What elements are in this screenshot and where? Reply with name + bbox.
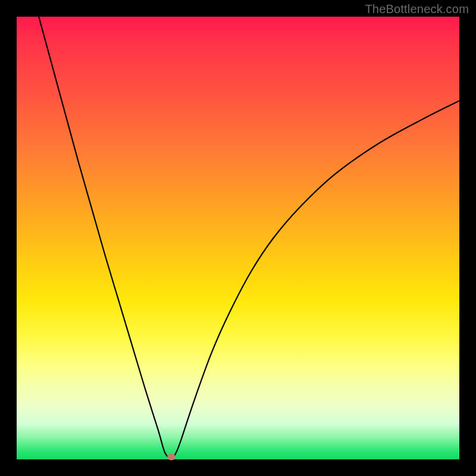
watermark-text: TheBottleneck.com [365,2,469,16]
plot-area [17,17,459,459]
chart-frame: TheBottleneck.com [0,0,476,476]
bottleneck-curve [17,17,459,459]
optimal-marker [167,454,176,461]
curve-path [39,17,459,459]
